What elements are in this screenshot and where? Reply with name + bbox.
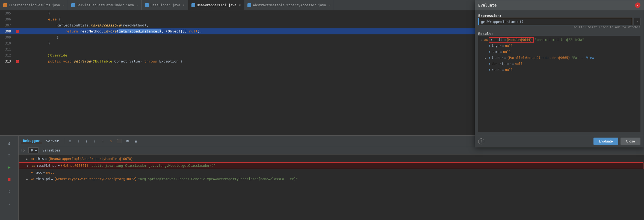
var-row-this[interactable]: ▶ oo this = {BeanWrapperImpl$BeanPropert… (19, 156, 644, 162)
tab-label-abstractnestable: AbstractNestablePropertyAccessor.java (253, 3, 326, 7)
result-eq-descriptor: = (512, 62, 514, 66)
tab-databinder[interactable]: DataBinder.java × (142, 0, 188, 10)
tab-beanwrapper[interactable]: BeanWrapperImpl.java × (188, 0, 244, 10)
evaluate-button[interactable]: Evaluate (593, 138, 618, 145)
toolbar-btn-menu[interactable]: ≡ (67, 138, 73, 144)
line-num-310: 310 (0, 40, 14, 46)
tab-close-servlet[interactable]: × (137, 4, 138, 7)
result-row-name[interactable]: f name = null (479, 49, 639, 55)
result-eq-reads: = (502, 68, 504, 72)
dialog-close-button[interactable]: × (635, 2, 640, 8)
line-num-311: 311 (0, 46, 14, 52)
var-value-acc: null (46, 171, 54, 174)
toolbar-btn-list[interactable]: ≣ (132, 138, 139, 144)
sub-toolbar: To F Variables (19, 146, 644, 154)
result-section: Result: ▾ oo result = {Module@9644} "unn… (478, 32, 640, 132)
var-expand-thispd[interactable]: ▶ (26, 178, 31, 181)
expression-hint: Use Ctrl+Shift+Enter to add to Watches (478, 25, 640, 29)
var-expand-readmethod[interactable]: ▶ (27, 164, 31, 167)
help-button[interactable]: ? (478, 138, 484, 144)
result-icon-name: f (489, 50, 491, 54)
step-into-icon[interactable]: ↓ (4, 198, 14, 208)
toolbar-btn-x[interactable]: ✕ (108, 138, 114, 144)
expression-input-row: ▾ (478, 18, 640, 25)
result-expand-root[interactable]: ▾ (480, 38, 484, 41)
result-value-root: "unnamed module @22c1e3a" (535, 38, 584, 42)
tab-close-introspection[interactable]: × (63, 4, 64, 7)
tab-close-databinder[interactable]: × (183, 4, 185, 7)
var-row-acc[interactable]: oo acc = null (19, 169, 644, 176)
line-num-313: 313 (0, 58, 14, 64)
step-icon[interactable]: ↕ (4, 186, 14, 196)
stop-icon[interactable]: ■ (4, 174, 14, 184)
toolbar-btn-up[interactable]: ↑ (75, 138, 82, 144)
var-name-readmethod: readMethod (37, 164, 57, 168)
var-row-thispd[interactable]: ▶ oo this.pd = {GenericTypeAwareProperty… (19, 176, 644, 182)
variables-heading: Variables (42, 148, 60, 152)
result-value-descriptor: null (515, 62, 523, 66)
var-name-this: this (36, 157, 44, 161)
tab-close-abstractnestable[interactable]: × (329, 4, 330, 7)
server-tab[interactable]: Server (44, 139, 61, 143)
tab-servlet-request[interactable]: ServletRequestDataBinder.java × (68, 0, 142, 10)
line-num-312: 312 (0, 52, 14, 58)
expand-icon[interactable]: » (4, 150, 14, 160)
result-row-descriptor[interactable]: f descriptor = null (479, 61, 639, 67)
tab-icon-introspection (3, 3, 7, 7)
result-eq-name: = (500, 50, 502, 54)
play-icon[interactable]: ▶ (4, 162, 14, 172)
refresh-icon[interactable]: ↺ (4, 138, 14, 148)
toolbar-btn-down[interactable]: ↓ (83, 138, 90, 144)
result-row-reads[interactable]: f reads = null (479, 67, 639, 73)
line-num-306: 306 (0, 16, 14, 22)
var-value-thispd-str: "org.springframework.beans.GenericTypeAw… (138, 177, 298, 181)
tab-label-servlet: ServletRequestDataBinder.java (77, 3, 134, 7)
toolbar-btn-step-up[interactable]: ↑ (100, 138, 106, 144)
toolbar-btn-step-down[interactable]: ↓ (91, 138, 98, 144)
tab-icon-abstractnestable (247, 3, 251, 7)
var-value-readmethod-str: "public java.lang.ClassLoader java.lang.… (90, 164, 216, 168)
result-row-loader[interactable]: ▶ f loader = {ParallelWebappClassLoader@… (479, 55, 639, 61)
result-value-layer: null (505, 44, 513, 48)
result-key-descriptor: descriptor (492, 62, 511, 66)
frame-select-dropdown[interactable]: F (28, 147, 39, 153)
result-row-root[interactable]: ▾ oo result = {Module@9644} "unnamed mod… (479, 37, 639, 43)
result-eq-loader: = (504, 56, 506, 60)
result-value-loader: "Par... (571, 56, 585, 60)
result-view-loader[interactable]: View (586, 56, 594, 60)
var-equals-readmethod: = (58, 164, 60, 168)
close-button[interactable]: Close (621, 138, 640, 145)
var-value-readmethod: {Method@10071} (61, 164, 88, 168)
bottom-left-panel: ↺ » ▶ ■ ↕ ↓ (0, 136, 19, 220)
tab-introspection-results[interactable]: IIntrospectionResults.java × (0, 0, 68, 10)
result-expand-loader[interactable]: ▶ (485, 57, 489, 60)
expression-input[interactable] (478, 18, 632, 25)
tab-label-introspection: IIntrospectionResults.java (9, 3, 60, 7)
frame-selector: F (27, 147, 40, 153)
breakpoint-dot-308 (16, 30, 19, 33)
gutter-313 (14, 60, 21, 63)
result-key-name: name (492, 50, 500, 54)
tab-abstractnestable[interactable]: AbstractNestablePropertyAccessor.java × (244, 0, 334, 10)
line-num-307: 307 (0, 22, 14, 28)
debugger-tab[interactable]: Debugger (21, 139, 42, 143)
var-expand-this[interactable]: ▶ (26, 157, 31, 160)
result-value-name: null (503, 50, 511, 54)
result-label: Result: (478, 32, 640, 36)
expression-dropdown[interactable]: ▾ (634, 18, 640, 25)
var-value-thispd: {GenericTypeAwarePropertyDescriptor@1007… (54, 177, 137, 181)
tab-icon-servlet (71, 3, 75, 7)
dialog-title-bar: Evaluate × (475, 0, 644, 10)
var-icon-thispd: oo (31, 177, 35, 181)
var-equals-thispd: = (51, 177, 53, 181)
dialog-actions: Evaluate Close (593, 138, 640, 145)
result-highlight-root: result = {Module@9644} (489, 37, 534, 43)
result-row-layer[interactable]: f layer = null (479, 43, 639, 49)
toolbar-btn-table[interactable]: ⊞ (124, 138, 131, 144)
toolbar-btn-reset[interactable]: ⬛ (116, 138, 123, 144)
toolbar-separator-1 (64, 138, 64, 144)
tab-close-beanwrapper[interactable]: × (239, 4, 241, 7)
var-row-readmethod[interactable]: ▶ ≡≡ readMethod = {Method@10071} "public… (19, 162, 643, 169)
main-area: 305 } 306 else { 307 ReflectionUtils.mak… (0, 10, 644, 220)
tab-icon-beanwrapper (191, 3, 195, 7)
